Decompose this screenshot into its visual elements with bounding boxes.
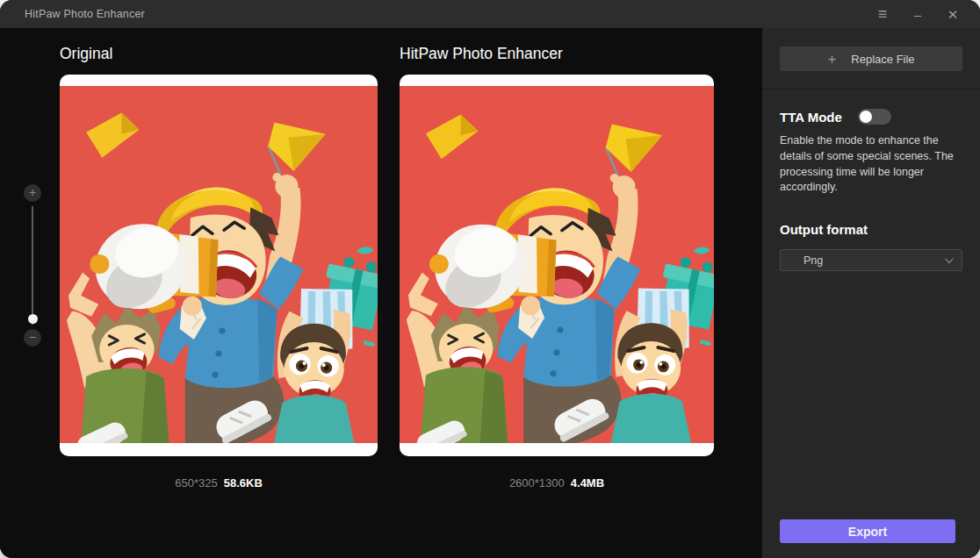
replace-file-button[interactable]: + Replace File xyxy=(780,46,962,71)
divider xyxy=(762,89,980,89)
tta-mode-description: Enable the mode to enhance the details o… xyxy=(780,133,957,196)
tta-mode-toggle[interactable] xyxy=(858,109,891,125)
enhanced-dimensions: 2600*1300 xyxy=(509,476,565,490)
toggle-knob xyxy=(860,111,872,123)
enhanced-image-stats: 2600*1300 4.4MB xyxy=(400,474,714,491)
zoom-slider[interactable] xyxy=(32,206,33,325)
enhanced-image-card xyxy=(400,75,714,456)
compare-view: + − Original 650*325 58.6KB xyxy=(0,28,762,558)
enhanced-filesize: 4.4MB xyxy=(571,476,604,490)
celebration-illustration xyxy=(60,86,378,443)
original-panel-title: Original xyxy=(60,45,112,63)
original-image xyxy=(60,86,378,443)
enhanced-image xyxy=(400,86,714,443)
zoom-in-button[interactable]: + xyxy=(24,184,41,202)
minimize-icon[interactable]: – xyxy=(910,8,926,21)
output-format-label: Output format xyxy=(780,222,962,237)
app-window: HitPaw Photo Enhancer ≡ – ✕ + − Orig xyxy=(0,0,980,558)
close-icon[interactable]: ✕ xyxy=(945,8,961,21)
zoom-control: + − xyxy=(24,184,41,347)
celebration-illustration xyxy=(400,86,714,443)
settings-sidebar: + Replace File TTA Mode Enable the mode … xyxy=(762,28,980,558)
chevron-down-icon xyxy=(945,254,954,263)
tta-mode-row: TTA Mode xyxy=(780,109,962,125)
original-filesize: 58.6KB xyxy=(224,476,263,490)
app-title: HitPaw Photo Enhancer xyxy=(25,8,145,20)
hamburger-menu-icon[interactable]: ≡ xyxy=(875,6,890,22)
enhanced-panel-title: HitPaw Photo Enhancer xyxy=(400,45,563,63)
original-image-card xyxy=(60,75,378,456)
zoom-slider-knob[interactable] xyxy=(28,314,38,324)
zoom-out-button[interactable]: − xyxy=(24,329,41,347)
tta-mode-label: TTA Mode xyxy=(780,110,842,125)
original-image-stats: 650*325 58.6KB xyxy=(60,474,378,491)
replace-file-label: Replace File xyxy=(851,53,914,66)
plus-icon: + xyxy=(827,52,836,67)
output-format-value: Png xyxy=(803,254,823,267)
screen: HitPaw Photo Enhancer ≡ – ✕ + − Orig xyxy=(0,0,980,558)
window-controls: ≡ – ✕ xyxy=(875,0,961,28)
title-bar: HitPaw Photo Enhancer ≡ – ✕ xyxy=(0,0,980,28)
export-button[interactable]: Export xyxy=(780,519,955,543)
original-dimensions: 650*325 xyxy=(175,476,217,490)
output-format-select[interactable]: Png xyxy=(780,249,962,271)
